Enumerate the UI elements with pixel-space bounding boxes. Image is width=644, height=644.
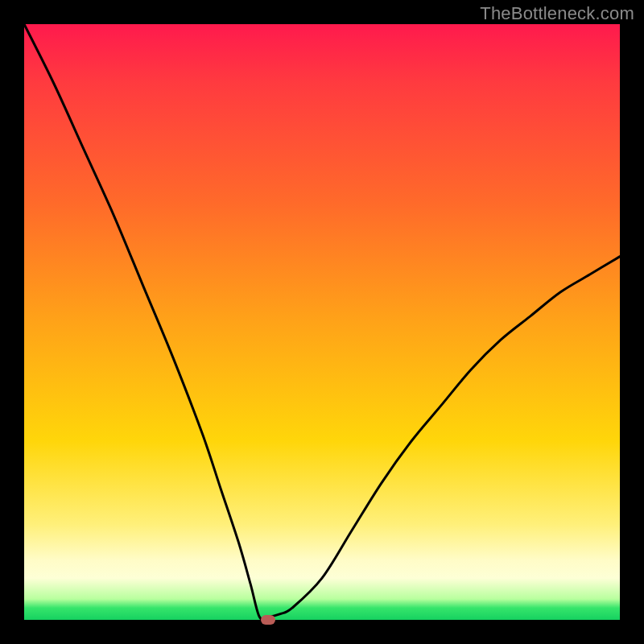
watermark-text: TheBottleneck.com (480, 3, 634, 24)
chart-frame: TheBottleneck.com (0, 0, 644, 644)
bottleneck-curve (24, 24, 620, 620)
plot-area (24, 24, 620, 620)
minimum-marker (261, 615, 275, 625)
